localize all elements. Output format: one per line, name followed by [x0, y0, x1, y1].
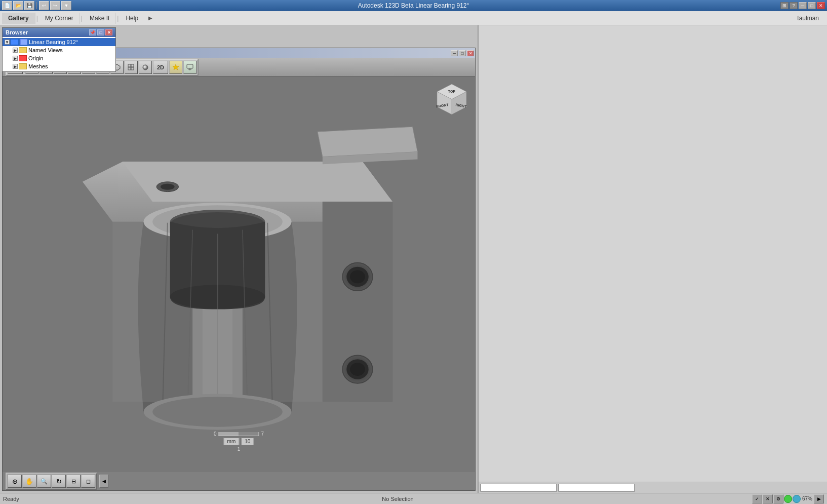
tree-item-named-views[interactable]: ▶ Named Views	[3, 46, 115, 54]
nav-make-it[interactable]: Make It	[84, 13, 116, 24]
tree-view: ▼ Linear Bearing 912° ▶ Named Views ▶	[3, 37, 115, 71]
nav-gallery[interactable]: Gallery	[2, 13, 35, 24]
svg-rect-16	[131, 64, 134, 67]
viewport-window: ─ □ ✕	[2, 48, 476, 491]
vp-wireframe-button[interactable]	[125, 61, 138, 74]
br-icon-1[interactable]: ▶	[814, 494, 824, 503]
svg-rect-21	[187, 64, 193, 68]
view-menu-button[interactable]: ◻	[81, 475, 95, 488]
maximize-button[interactable]: □	[808, 2, 816, 9]
tree-expand-meshes[interactable]: ▶	[13, 64, 18, 69]
tree-icon-origin	[19, 55, 27, 61]
br-status-teal	[793, 495, 801, 503]
status-selection: No Selection	[382, 496, 413, 502]
scale-unit-box: mm	[224, 438, 240, 445]
open-button[interactable]: 📂	[13, 1, 23, 10]
help-icon[interactable]: ?	[790, 2, 798, 9]
vp-settings-button[interactable]	[169, 61, 182, 74]
svg-point-30	[161, 184, 175, 190]
right-panel-content	[479, 25, 827, 482]
svg-marker-20	[173, 64, 179, 70]
nav-bar: Gallery | My Corner | Make It | Help ▶ t…	[0, 11, 827, 25]
vp-2d-button[interactable]: 2D	[153, 61, 168, 74]
tree-label-root: Linear Bearing 912°	[29, 39, 78, 45]
bottom-close-button[interactable]: ◀	[99, 475, 108, 488]
tree-expand-root[interactable]: ▼	[5, 40, 10, 45]
tree-icon-component	[20, 39, 27, 45]
nav-my-corner[interactable]: My Corner	[39, 13, 80, 24]
svg-point-33	[350, 270, 365, 284]
vp-extra-button[interactable]	[183, 61, 196, 74]
viewport-minimize-button[interactable]: ─	[451, 50, 458, 56]
browser-title: Browser	[6, 29, 28, 35]
app-wrapper: 📄 📂 💾 ↩ ↪ ▼ Autodesk 123D Beta Linear Be…	[0, 0, 827, 504]
right-panel-input-2[interactable]	[559, 484, 635, 492]
right-panel	[478, 25, 827, 493]
viewport-close-button[interactable]: ✕	[467, 50, 474, 56]
svg-rect-18	[131, 67, 134, 70]
browser-titlebar: Browser 📌 □ ✕	[3, 28, 115, 37]
title-bar: 📄 📂 💾 ↩ ↪ ▼ Autodesk 123D Beta Linear Be…	[0, 0, 827, 11]
nav-separator-1: |	[35, 15, 39, 22]
br-percent-label: 67%	[801, 496, 813, 501]
browser-panel: Browser 📌 □ ✕ ▼ Linear Bearing 912°	[2, 27, 116, 72]
tree-label-named-views: Named Views	[28, 47, 63, 53]
tree-label-origin: Origin	[28, 55, 43, 61]
app-status-bar: Ready No Selection ✓ ✕ ⚙ 67% ▶	[0, 493, 827, 504]
tree-item-origin[interactable]: ▶ Origin	[3, 54, 115, 62]
viewport-maximize-button[interactable]: □	[459, 50, 466, 56]
orbit-button[interactable]: ↻	[52, 475, 66, 488]
vp-shaded-button[interactable]	[139, 61, 152, 74]
svg-point-36	[350, 363, 365, 376]
right-panel-input-1[interactable]	[481, 484, 557, 492]
save-button[interactable]: 💾	[24, 1, 34, 10]
svg-text:TOP: TOP	[448, 90, 456, 93]
scale-tick-0: 0	[214, 431, 217, 437]
svg-point-49	[152, 397, 283, 427]
nav-separator-3: |	[116, 15, 120, 22]
browser-restore-button[interactable]: □	[97, 29, 104, 35]
br-check-icon[interactable]: ✓	[752, 494, 762, 503]
new-button[interactable]: 📄	[2, 1, 12, 10]
right-panel-bottom	[479, 482, 827, 493]
br-x-icon[interactable]: ✕	[763, 494, 773, 503]
tree-label-meshes: Meshes	[28, 63, 48, 69]
viewport-canvas[interactable]: TOP FRONT RIGHT 0	[3, 76, 475, 472]
tree-item-meshes[interactable]: ▶ Meshes	[3, 62, 115, 70]
nav-help[interactable]: Help	[120, 13, 144, 24]
svg-point-19	[143, 65, 148, 70]
bottom-tools-group: ⊕ ✋ 🔍 ↻ ⊟ ◻	[6, 473, 97, 490]
nav-user: taulman	[797, 15, 825, 22]
tree-expand-named-views[interactable]: ▶	[13, 48, 18, 53]
extra-button[interactable]: ▼	[61, 1, 71, 10]
tree-expand-origin[interactable]: ▶	[13, 56, 18, 61]
view-cube[interactable]: TOP FRONT RIGHT	[434, 82, 470, 118]
tree-item-root[interactable]: ▼ Linear Bearing 912°	[3, 38, 115, 46]
window-title: Autodesk 123D Beta Linear Bearing 912°	[358, 2, 469, 9]
tree-icon-root	[11, 39, 19, 45]
scale-value-box: 10	[241, 438, 254, 445]
br-gear-icon[interactable]: ⚙	[773, 494, 783, 503]
scale-bar: 0 7 mm 10 1	[214, 431, 264, 452]
viewport-bottom-toolbar: ⊕ ✋ 🔍 ↻ ⊟ ◻ ◀	[3, 472, 475, 490]
nav-expand-icon[interactable]: ▶	[144, 13, 156, 23]
restore-down-icon[interactable]: ⊞	[780, 2, 789, 9]
select-button[interactable]: ⊕	[8, 475, 22, 488]
zoom-fit-button[interactable]: 🔍	[37, 475, 51, 488]
pan-button[interactable]: ✋	[22, 475, 36, 488]
svg-rect-17	[128, 67, 131, 70]
tree-icon-named-views	[19, 47, 27, 53]
undo-button[interactable]: ↩	[39, 1, 49, 10]
scale-bottom-label: 1	[238, 446, 241, 452]
tree-icon-meshes	[19, 63, 27, 69]
close-button[interactable]: ✕	[817, 2, 825, 9]
browser-pin-button[interactable]: 📌	[89, 29, 96, 35]
redo-button[interactable]: ↪	[50, 1, 60, 10]
scale-tick-7: 7	[261, 431, 264, 437]
browser-close-button[interactable]: ✕	[105, 29, 112, 35]
bottom-right-icons: ✓ ✕ ⚙ 67% ▶	[752, 494, 824, 503]
status-ready: Ready	[3, 496, 44, 502]
minimize-button[interactable]: ─	[799, 2, 807, 9]
svg-rect-15	[128, 64, 131, 67]
zoom-window-button[interactable]: ⊟	[66, 475, 81, 488]
